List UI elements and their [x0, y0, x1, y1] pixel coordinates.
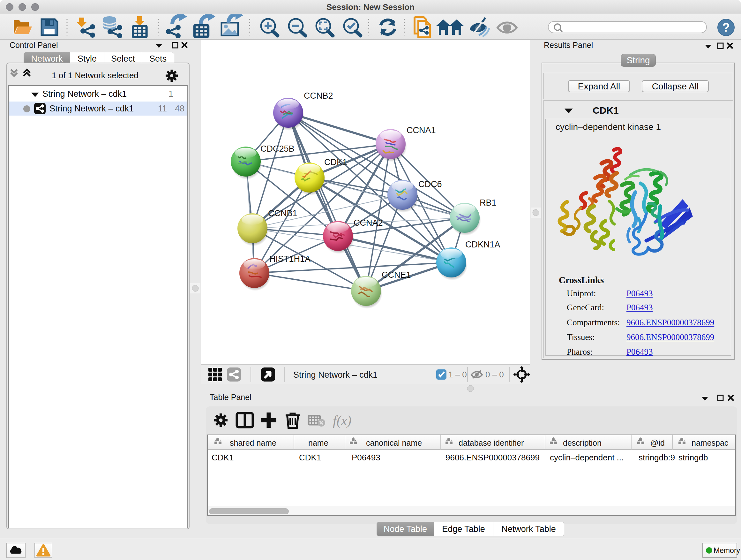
svg-text:RB1: RB1: [480, 198, 496, 207]
svg-text:HIST1H1A: HIST1H1A: [269, 254, 311, 264]
svg-text:String Network – cdk1: String Network – cdk1: [293, 370, 378, 380]
svg-text:P06493: P06493: [352, 453, 381, 462]
svg-text:CCNA2: CCNA2: [354, 218, 383, 228]
svg-text:stringdb:9...: stringdb:9...: [638, 453, 682, 462]
svg-text:CDK1: CDK1: [299, 453, 321, 462]
svg-text:@id: @id: [650, 438, 665, 447]
svg-text:CDK1: CDK1: [212, 453, 233, 462]
svg-text:cyclin–dependent ...: cyclin–dependent ...: [550, 453, 623, 462]
svg-text:CCNA1: CCNA1: [407, 125, 436, 135]
svg-text:CDKN1A: CDKN1A: [465, 240, 500, 249]
svg-text:stringdb: stringdb: [678, 453, 708, 462]
svg-text:1 – 0: 1 – 0: [448, 370, 467, 379]
svg-text:0 – 0: 0 – 0: [485, 370, 504, 379]
svg-text:database identifier: database identifier: [459, 438, 524, 447]
svg-text:canonical name: canonical name: [366, 438, 422, 447]
svg-text:name: name: [308, 438, 328, 447]
svg-text:?: ?: [722, 21, 730, 34]
svg-text:CCNB1: CCNB1: [268, 208, 297, 218]
svg-text:CDC25B: CDC25B: [260, 144, 294, 153]
svg-text:CDK1: CDK1: [324, 158, 347, 167]
svg-text:shared name: shared name: [230, 438, 276, 447]
svg-text:namespac: namespac: [691, 438, 728, 447]
svg-text:9606.ENSP00000378699: 9606.ENSP00000378699: [446, 453, 540, 462]
svg-text:CCNE1: CCNE1: [382, 270, 411, 280]
svg-text:CDC6: CDC6: [418, 179, 442, 189]
svg-text:description: description: [563, 438, 602, 447]
svg-text:CCNB2: CCNB2: [304, 91, 333, 101]
